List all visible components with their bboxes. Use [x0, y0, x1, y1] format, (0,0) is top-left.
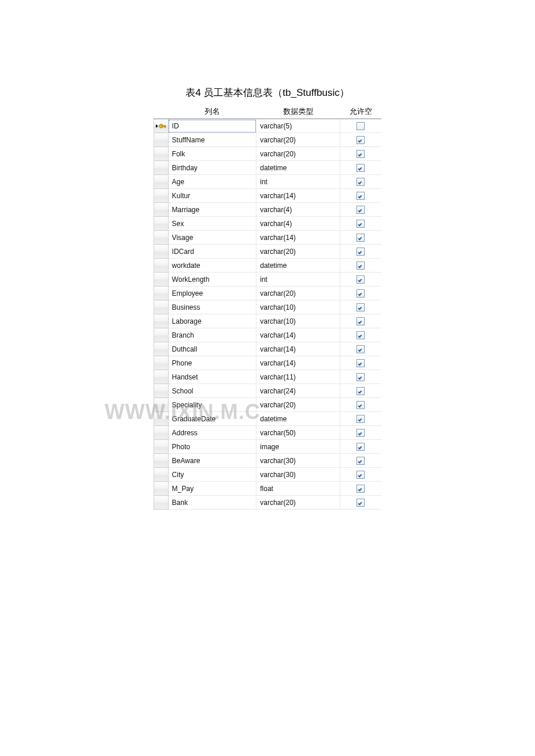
allow-null-cell[interactable]: [340, 482, 381, 496]
allow-null-cell[interactable]: [340, 426, 381, 440]
row-handle[interactable]: [154, 259, 169, 273]
column-name-cell[interactable]: Phone: [168, 356, 256, 370]
allow-null-checkbox[interactable]: [356, 443, 365, 451]
column-name-cell[interactable]: M_Pay: [168, 482, 256, 496]
row-handle[interactable]: [154, 356, 169, 370]
table-row[interactable]: StuffName varchar(20): [154, 133, 382, 147]
column-name-cell[interactable]: IDCard: [168, 245, 256, 259]
data-type-cell[interactable]: varchar(20): [256, 147, 340, 161]
column-name-cell[interactable]: Handset: [168, 370, 256, 384]
data-type-cell[interactable]: varchar(14): [256, 189, 340, 203]
data-type-cell[interactable]: int: [256, 273, 340, 286]
data-type-cell[interactable]: datetime: [256, 259, 340, 273]
data-type-cell[interactable]: varchar(10): [256, 314, 340, 328]
allow-null-checkbox[interactable]: [356, 136, 365, 144]
data-type-cell[interactable]: datetime: [256, 161, 340, 175]
allow-null-checkbox[interactable]: [356, 317, 365, 325]
row-handle[interactable]: [154, 175, 169, 189]
allow-null-checkbox[interactable]: [356, 206, 365, 214]
data-type-cell[interactable]: int: [256, 175, 340, 189]
table-row[interactable]: Duthcall varchar(14): [154, 342, 382, 356]
row-handle[interactable]: [154, 119, 169, 133]
table-row[interactable]: Phone varchar(14): [154, 356, 382, 370]
allow-null-cell[interactable]: [340, 384, 381, 398]
allow-null-cell[interactable]: [340, 259, 381, 273]
table-row[interactable]: IDCard varchar(20): [154, 245, 382, 259]
data-type-cell[interactable]: varchar(24): [256, 384, 340, 398]
allow-null-cell[interactable]: [340, 133, 381, 147]
table-row[interactable]: Photo image: [154, 440, 382, 454]
allow-null-cell[interactable]: [340, 412, 381, 426]
row-handle[interactable]: [154, 426, 169, 440]
allow-null-checkbox[interactable]: [356, 192, 365, 200]
column-name-cell[interactable]: Visage: [168, 231, 256, 245]
column-name-cell[interactable]: Business: [168, 300, 256, 314]
table-row[interactable]: Visage varchar(14): [154, 231, 382, 245]
data-type-cell[interactable]: varchar(20): [256, 245, 340, 259]
allow-null-cell[interactable]: [340, 370, 381, 384]
table-row[interactable]: workdate datetime: [154, 259, 382, 273]
allow-null-checkbox[interactable]: [356, 220, 365, 228]
table-row[interactable]: Sex varchar(4): [154, 217, 382, 231]
table-row[interactable]: Address varchar(50): [154, 426, 382, 440]
column-name-cell[interactable]: Speciality: [168, 398, 256, 412]
column-name-cell[interactable]: School: [168, 384, 256, 398]
table-row[interactable]: Business varchar(10): [154, 300, 382, 314]
allow-null-checkbox[interactable]: [356, 457, 365, 465]
allow-null-checkbox[interactable]: [356, 471, 365, 479]
allow-null-checkbox[interactable]: [356, 122, 365, 130]
table-row[interactable]: M_Pay float: [154, 482, 382, 496]
data-type-cell[interactable]: varchar(4): [256, 217, 340, 231]
row-handle[interactable]: [154, 300, 169, 314]
allow-null-cell[interactable]: [340, 468, 381, 482]
column-name-cell[interactable]: Sex: [168, 217, 256, 231]
allow-null-cell[interactable]: [340, 286, 381, 300]
column-name-cell[interactable]: Duthcall: [168, 342, 256, 356]
row-handle[interactable]: [154, 161, 169, 175]
allow-null-checkbox[interactable]: [356, 387, 365, 395]
column-name-cell[interactable]: Photo: [168, 440, 256, 454]
allow-null-cell[interactable]: [340, 398, 381, 412]
row-handle[interactable]: [154, 482, 169, 496]
row-handle[interactable]: [154, 384, 169, 398]
table-row[interactable]: Birthday datetime: [154, 161, 382, 175]
allow-null-checkbox[interactable]: [356, 275, 365, 284]
data-type-cell[interactable]: varchar(14): [256, 356, 340, 370]
data-type-cell[interactable]: varchar(11): [256, 370, 340, 384]
allow-null-cell[interactable]: [340, 440, 381, 454]
table-row[interactable]: Marriage varchar(4): [154, 203, 382, 217]
allow-null-cell[interactable]: [340, 217, 381, 231]
row-handle[interactable]: [154, 412, 169, 426]
column-name-cell[interactable]: Branch: [168, 328, 256, 342]
table-row[interactable]: Age int: [154, 175, 382, 189]
row-handle[interactable]: [154, 328, 169, 342]
row-handle[interactable]: [154, 370, 169, 384]
allow-null-cell[interactable]: [340, 161, 381, 175]
allow-null-cell[interactable]: [340, 454, 381, 468]
data-type-cell[interactable]: varchar(14): [256, 328, 340, 342]
allow-null-checkbox[interactable]: [356, 261, 365, 270]
allow-null-checkbox[interactable]: [356, 289, 365, 298]
allow-null-checkbox[interactable]: [356, 248, 365, 256]
data-type-cell[interactable]: varchar(30): [256, 454, 340, 468]
allow-null-checkbox[interactable]: [356, 178, 365, 186]
data-type-cell[interactable]: varchar(20): [256, 398, 340, 412]
row-handle[interactable]: [154, 203, 169, 217]
column-name-cell[interactable]: workdate: [168, 259, 256, 273]
row-handle[interactable]: [154, 440, 169, 454]
column-name-cell[interactable]: City: [168, 468, 256, 482]
data-type-cell[interactable]: varchar(20): [256, 133, 340, 147]
allow-null-checkbox[interactable]: [356, 331, 365, 339]
allow-null-cell[interactable]: [340, 356, 381, 370]
row-handle[interactable]: [154, 286, 169, 300]
data-type-cell[interactable]: varchar(20): [256, 286, 340, 300]
column-name-cell[interactable]: StuffName: [168, 133, 256, 147]
row-handle[interactable]: [154, 314, 169, 328]
data-type-cell[interactable]: varchar(14): [256, 342, 340, 356]
table-row[interactable]: Bank varchar(20): [154, 496, 382, 510]
row-handle[interactable]: [154, 468, 169, 482]
data-type-cell[interactable]: varchar(50): [256, 426, 340, 440]
column-name-cell[interactable]: BeAware: [168, 454, 256, 468]
allow-null-checkbox[interactable]: [356, 345, 365, 353]
allow-null-checkbox[interactable]: [356, 234, 365, 242]
